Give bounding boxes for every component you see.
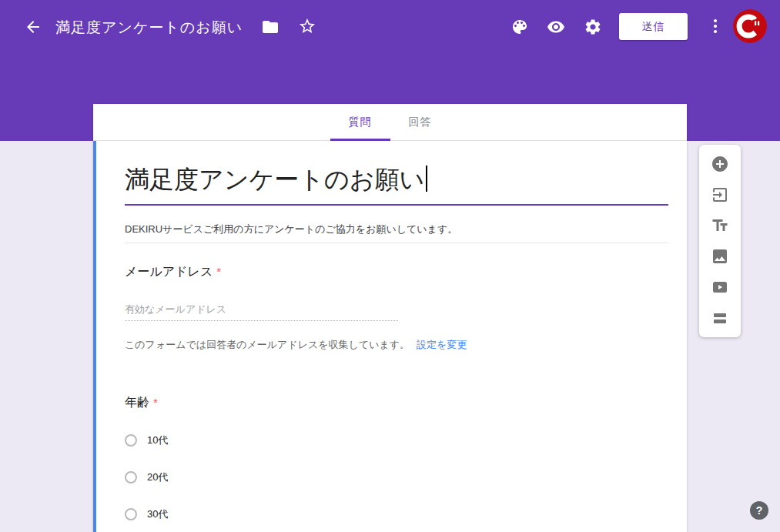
tab-bar: 質問 回答 bbox=[93, 104, 687, 141]
settings-button[interactable] bbox=[584, 18, 602, 36]
radio-button-icon[interactable] bbox=[125, 471, 137, 483]
avatar-logo-icon bbox=[733, 9, 767, 43]
radio-option-label: 10代 bbox=[147, 433, 168, 447]
required-asterisk: * bbox=[153, 396, 158, 409]
form-title-input[interactable]: 満足度アンケートのお願い bbox=[125, 165, 668, 194]
radio-option[interactable]: 30代 bbox=[125, 507, 668, 522]
collect-note-text: このフォームでは回答者のメールアドレスを収集しています。 bbox=[125, 339, 410, 350]
add-image-button[interactable] bbox=[711, 247, 729, 266]
radio-option-label: 30代 bbox=[147, 507, 168, 521]
move-to-folder-button[interactable] bbox=[261, 18, 280, 36]
gear-icon bbox=[584, 18, 602, 36]
image-icon bbox=[711, 247, 729, 266]
more-options-button[interactable] bbox=[706, 17, 725, 35]
add-circle-icon bbox=[711, 155, 729, 173]
document-title[interactable]: 満足度アンケートのお願い bbox=[55, 18, 243, 38]
tab-questions[interactable]: 質問 bbox=[330, 104, 390, 140]
email-input-placeholder: 有効なメールアドレス bbox=[125, 303, 398, 321]
help-button[interactable]: ? bbox=[750, 501, 768, 520]
selected-card-indicator bbox=[93, 141, 96, 532]
star-button[interactable] bbox=[298, 17, 316, 35]
eye-icon bbox=[547, 18, 565, 36]
form-description[interactable]: DEKIRUサービスご利用の方にアンケートのご協力をお願いしています。 bbox=[125, 223, 668, 243]
radio-option[interactable]: 10代 bbox=[125, 433, 668, 448]
email-question[interactable]: メールアドレス* 有効なメールアドレス このフォームでは回答者のメールアドレスを… bbox=[125, 264, 668, 352]
email-label-text: メールアドレス bbox=[125, 265, 213, 278]
kebab-menu-icon bbox=[706, 17, 725, 35]
email-collect-note: このフォームでは回答者のメールアドレスを収集しています。設定を変更 bbox=[125, 338, 668, 352]
text-caret bbox=[426, 166, 427, 192]
add-question-button[interactable] bbox=[711, 155, 729, 173]
form-title-text: 満足度アンケートのお願い bbox=[125, 166, 424, 193]
form-card: 質問 回答 満足度アンケートのお願い DEKIRUサービスご利用の方にアンケート… bbox=[93, 104, 687, 532]
text-fields-icon bbox=[711, 216, 729, 235]
radio-button-icon[interactable] bbox=[125, 508, 137, 520]
help-icon: ? bbox=[756, 504, 763, 517]
section-icon bbox=[711, 309, 729, 327]
title-underline bbox=[125, 204, 668, 206]
video-icon bbox=[711, 278, 729, 296]
radio-option-label: 20代 bbox=[147, 470, 168, 484]
age-options: 10代 20代 30代 40代 bbox=[125, 433, 668, 532]
radio-option[interactable]: 20代 bbox=[125, 470, 668, 485]
add-section-button[interactable] bbox=[711, 309, 729, 327]
star-outline-icon bbox=[298, 17, 316, 35]
age-question[interactable]: 年齢* 10代 20代 30代 bbox=[125, 395, 668, 532]
account-avatar[interactable] bbox=[733, 9, 767, 43]
arrow-back-icon bbox=[24, 18, 42, 36]
change-settings-link[interactable]: 設定を変更 bbox=[417, 339, 467, 350]
back-button[interactable] bbox=[24, 18, 42, 36]
tab-responses[interactable]: 回答 bbox=[390, 104, 450, 140]
age-question-label: 年齢* bbox=[125, 395, 668, 411]
add-video-button[interactable] bbox=[711, 278, 729, 296]
import-questions-button[interactable] bbox=[711, 186, 729, 204]
radio-button-icon[interactable] bbox=[125, 434, 137, 447]
palette-icon bbox=[511, 18, 529, 36]
folder-icon bbox=[261, 18, 280, 36]
form-content: 満足度アンケートのお願い DEKIRUサービスご利用の方にアンケートのご協力をお… bbox=[93, 165, 687, 532]
top-app-bar: 満足度アンケートのお願い 送信 bbox=[0, 0, 780, 52]
question-toolbar bbox=[699, 145, 741, 337]
email-question-label: メールアドレス* bbox=[125, 264, 668, 280]
theme-palette-button[interactable] bbox=[511, 18, 529, 36]
preview-button[interactable] bbox=[547, 18, 565, 36]
age-label-text: 年齢 bbox=[125, 396, 149, 409]
import-questions-icon bbox=[711, 186, 729, 204]
send-button[interactable]: 送信 bbox=[619, 13, 688, 40]
add-title-text-button[interactable] bbox=[711, 216, 729, 235]
required-asterisk: * bbox=[216, 265, 221, 278]
